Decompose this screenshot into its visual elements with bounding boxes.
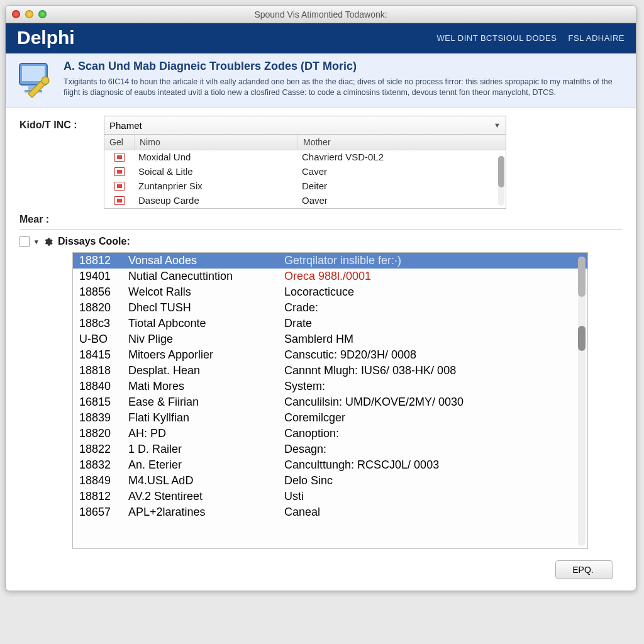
row-name: Daseup Carde	[135, 195, 298, 207]
code-desc: Getrqilator inslible fer:·)	[284, 254, 581, 267]
code-row[interactable]: 19401Nutial CanecuttintionOreca 988l./00…	[73, 269, 587, 284]
code-desc: Samblerd HM	[284, 333, 581, 346]
code-desc: Cannnt Mlugh: IUS6/ 038-HK/ 008	[284, 364, 581, 377]
code-row[interactable]: 18812AV.2 StentireetUsti	[73, 489, 587, 504]
code-desc: Canculilsin: UMD/KOVE/2MY/ 0030	[284, 396, 581, 409]
brand-logo: Delphi	[17, 27, 75, 48]
code-name: Mitoers Apporlier	[128, 348, 284, 362]
code-name: Flati Kyllfian	[128, 411, 284, 425]
mini-scrollbar-thumb[interactable]	[498, 156, 504, 187]
row-name: Soical & Litle	[135, 166, 298, 178]
code-name: Welcot Ralls	[128, 286, 284, 299]
code-row[interactable]: 188221 D. RailerDesagn:	[73, 441, 587, 457]
code-desc: Caneal	[284, 506, 581, 519]
code-row[interactable]: 18856Welcot RallsLocoracticuce	[73, 284, 587, 300]
code-id: 18822	[79, 443, 128, 456]
code-name: Vonsal Aodes	[128, 254, 284, 267]
epq-button[interactable]: EPQ.	[555, 560, 613, 579]
code-id: 18657	[79, 506, 128, 519]
select-label: Kido/T INC :	[19, 116, 95, 131]
titlebar: Spound Vis Atimontied Todawonk:	[6, 6, 636, 23]
dissays-label: Dissays Coole:	[58, 236, 130, 247]
mini-table-row[interactable]: Soical & LitleCaver	[104, 165, 506, 179]
code-row[interactable]: 18820AH: PDCanoption:	[73, 426, 587, 441]
app-window: Spound Vis Atimontied Todawonk: Delphi W…	[5, 5, 636, 591]
code-id: U-BO	[79, 333, 128, 346]
code-id: 18856	[79, 286, 128, 299]
codes-scrollbar[interactable]	[578, 257, 586, 546]
code-id: 18839	[79, 411, 128, 425]
code-row[interactable]: U-BONiv PligeSamblerd HM	[73, 331, 587, 347]
code-row[interactable]: 18839Flati KyllfianCoremilcger	[73, 410, 587, 426]
row-name: Moxidal Und	[135, 152, 298, 164]
code-desc: Coremilcger	[284, 411, 581, 425]
col-gel: Gel	[104, 135, 135, 150]
row-card-icon	[104, 180, 135, 192]
code-row[interactable]: 18820Dhecl TUSHCrade:	[73, 300, 587, 316]
code-row[interactable]: 18849M4.USL AdDDelo Sinc	[73, 473, 587, 489]
code-row[interactable]: 18415Mitoers ApporlierCanscutic: 9D20/3H…	[73, 347, 587, 363]
code-id: 16815	[79, 396, 128, 409]
mini-table-row[interactable]: Daseup CardeOaver	[104, 194, 506, 208]
code-id: 18415	[79, 348, 128, 362]
main-section: Kido/T INC : Phamet ▼ Gel Nimo Mother Mo…	[6, 108, 636, 552]
code-row[interactable]: 18812Vonsal AodesGetrqilator inslible fe…	[73, 253, 587, 269]
code-row[interactable]: 18840Mati MoresSystem:	[73, 379, 587, 394]
code-row[interactable]: 18818Desplat. HeanCannnt Mlugh: IUS6/ 03…	[73, 363, 587, 379]
codes-listbox: 18812Vonsal AodesGetrqilator inslible fe…	[72, 252, 588, 549]
window-title: Spound Vis Atimontied Todawonk:	[6, 9, 636, 19]
mear-row: Mear :	[19, 214, 622, 225]
code-desc: Crade:	[284, 301, 581, 314]
footer: EPQ.	[6, 552, 636, 591]
col-mother: Mother	[298, 135, 506, 150]
code-id: 18840	[79, 380, 128, 393]
mini-table-head: Gel Nimo Mother	[104, 135, 506, 150]
code-name: Tiotal Apbconte	[128, 317, 284, 330]
row-mother: Caver	[298, 166, 506, 178]
checkbox[interactable]	[19, 236, 30, 247]
info-text: A. Scan Und Mab Diagneic Troublers Zodes…	[64, 60, 626, 99]
code-row[interactable]: 16815Ease & FiirianCanculilsin: UMD/KOVE…	[73, 394, 587, 410]
code-name: APL+2laratines	[128, 506, 284, 519]
col-nimo: Nimo	[135, 135, 298, 150]
code-row[interactable]: 18657APL+2laratinesCaneal	[73, 504, 587, 520]
code-desc: Locoracticuce	[284, 286, 581, 299]
select-wrap: Phamet ▼ Gel Nimo Mother Moxidal UndChav…	[104, 116, 622, 209]
row-card-icon	[104, 152, 135, 164]
code-id: 19401	[79, 270, 128, 283]
code-name: An. Eterier	[128, 458, 284, 472]
codes-body[interactable]: 18812Vonsal AodesGetrqilator inslible fe…	[73, 253, 587, 548]
code-name: Nutial Canecuttintion	[128, 270, 284, 283]
code-id: 18849	[79, 474, 128, 487]
code-name: Niv Plige	[128, 333, 284, 346]
row-name: Zuntanprier Six	[135, 180, 298, 192]
codes-scrollbar-thumb-2[interactable]	[578, 326, 586, 351]
mini-table-body: Moxidal UndChavrierd VSD-0L2Soical & Lit…	[104, 150, 506, 208]
code-desc: Canculttungh: RCSCJ0L/ 0003	[284, 458, 581, 472]
code-id: 188c3	[79, 317, 128, 330]
select-control[interactable]: Phamet ▼	[104, 116, 506, 135]
codes-scrollbar-thumb[interactable]	[578, 257, 586, 297]
mini-table-row[interactable]: Moxidal UndChavrierd VSD-0L2	[104, 150, 506, 165]
code-desc: Canscutic: 9D20/3H/ 0008	[284, 348, 581, 362]
svg-point-4	[42, 77, 49, 84]
code-id: 18818	[79, 364, 128, 377]
code-desc: Oreca 988l./0001	[284, 270, 581, 283]
nav-link-2[interactable]: FSL ADHAIRE	[568, 33, 625, 43]
code-id: 18812	[79, 254, 128, 267]
code-name: Dhecl TUSH	[128, 301, 284, 314]
epq-button-label: EPQ.	[572, 565, 593, 575]
mini-table-row[interactable]: Zuntanprier SixDeiter	[104, 179, 506, 194]
mini-scrollbar[interactable]	[498, 156, 504, 206]
brand-bar: Delphi WEL DINT BCTSIOUL DODES FSL ADHAI…	[6, 23, 636, 53]
gear-icon[interactable]	[43, 237, 53, 247]
code-id: 18832	[79, 458, 128, 472]
select-row: Kido/T INC : Phamet ▼ Gel Nimo Mother Mo…	[19, 116, 622, 209]
code-row[interactable]: 18832An. EterierCanculttungh: RCSCJ0L/ 0…	[73, 457, 587, 473]
nav-link-1[interactable]: WEL DINT BCTSIOUL DODES	[436, 33, 557, 43]
row-mother: Oaver	[298, 195, 506, 207]
disclosure-icon[interactable]: ▾	[35, 238, 38, 246]
code-row[interactable]: 188c3Tiotal ApbconteDrate	[73, 316, 587, 331]
code-name: AV.2 Stentireet	[128, 490, 284, 503]
info-banner: A. Scan Und Mab Diagneic Troublers Zodes…	[6, 53, 636, 108]
